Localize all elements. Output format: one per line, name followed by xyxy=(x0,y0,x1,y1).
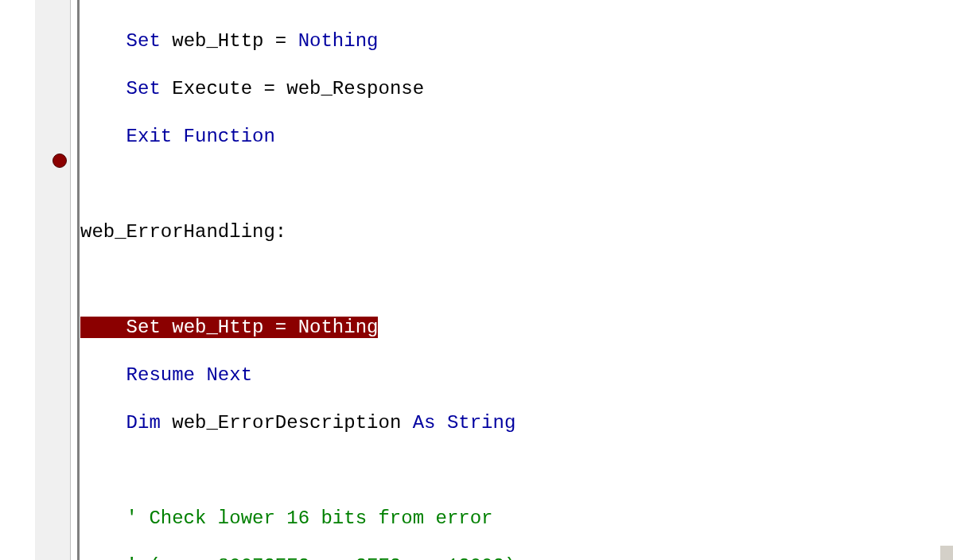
breakpoint-line[interactable]: Set web_Http = Nothing xyxy=(80,316,953,340)
margin-indicator-bar[interactable] xyxy=(35,0,71,560)
code-line[interactable] xyxy=(80,173,953,196)
margin-divider xyxy=(77,0,80,560)
code-line[interactable]: Resume Next xyxy=(80,364,953,387)
code-line[interactable]: ' Check lower 16 bits from error xyxy=(80,507,953,531)
code-editor[interactable]: Set web_Http = Nothing Set Execute = web… xyxy=(35,0,953,560)
code-line[interactable]: Dim web_ErrorDescription As String xyxy=(80,411,953,435)
code-line[interactable] xyxy=(80,459,953,483)
breakpoint-icon[interactable] xyxy=(53,154,67,168)
code-line[interactable]: ' (e.g. 80072EE2 -> 2EE2 -> 12002) xyxy=(80,554,953,560)
code-line[interactable]: web_ErrorHandling: xyxy=(80,220,953,244)
code-line[interactable]: Set Execute = web_Response xyxy=(80,77,953,101)
code-text-area[interactable]: Set web_Http = Nothing Set Execute = web… xyxy=(71,0,953,560)
code-line[interactable]: Exit Function xyxy=(80,125,953,149)
code-line[interactable]: Set web_Http = Nothing xyxy=(80,29,953,53)
code-line[interactable] xyxy=(80,268,953,292)
scrollbar-corner xyxy=(940,546,953,560)
